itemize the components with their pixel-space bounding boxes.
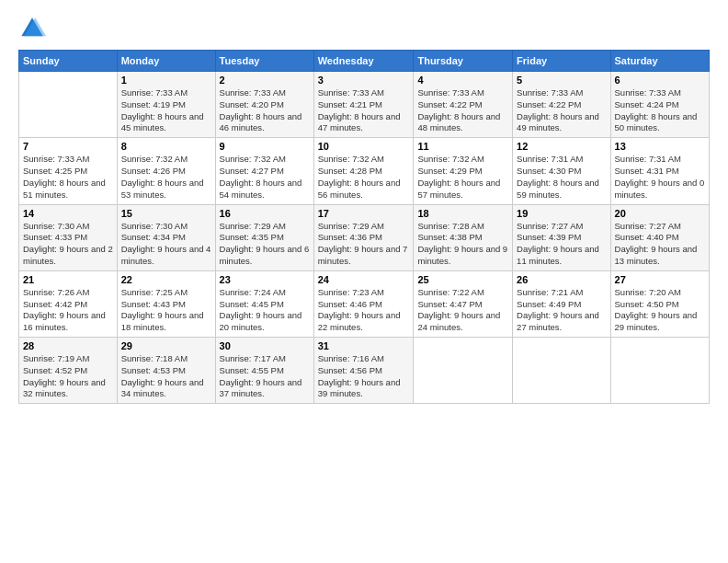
day-number: 1 <box>121 75 211 86</box>
header-cell: Saturday <box>610 51 709 72</box>
day-number: 16 <box>220 208 310 219</box>
calendar-week-row: 7Sunrise: 7:33 AMSunset: 4:25 PMDaylight… <box>19 138 710 204</box>
day-number: 10 <box>318 141 410 152</box>
day-info: Sunrise: 7:16 AMSunset: 4:56 PMDaylight:… <box>318 353 410 400</box>
calendar-page: SundayMondayTuesdayWednesdayThursdayFrid… <box>0 0 728 563</box>
logo-icon <box>18 15 46 42</box>
day-number: 6 <box>615 75 705 86</box>
day-number: 28 <box>23 340 113 351</box>
day-info: Sunrise: 7:18 AMSunset: 4:53 PMDaylight:… <box>121 353 211 400</box>
day-info: Sunrise: 7:33 AMSunset: 4:24 PMDaylight:… <box>615 87 705 134</box>
calendar-cell <box>513 338 610 404</box>
day-info: Sunrise: 7:32 AMSunset: 4:26 PMDaylight:… <box>121 154 211 201</box>
day-number: 26 <box>517 274 606 285</box>
calendar-cell: 20Sunrise: 7:27 AMSunset: 4:40 PMDayligh… <box>610 204 709 270</box>
day-number: 25 <box>417 274 508 285</box>
calendar-cell: 2Sunrise: 7:33 AMSunset: 4:20 PMDaylight… <box>215 72 313 138</box>
day-number: 24 <box>318 274 410 285</box>
day-number: 20 <box>615 208 705 219</box>
calendar-cell: 23Sunrise: 7:24 AMSunset: 4:45 PMDayligh… <box>215 270 313 337</box>
day-number: 19 <box>517 208 606 219</box>
day-number: 2 <box>220 75 310 86</box>
day-info: Sunrise: 7:28 AMSunset: 4:38 PMDaylight:… <box>417 221 508 268</box>
header-cell: Monday <box>117 51 215 72</box>
day-info: Sunrise: 7:32 AMSunset: 4:29 PMDaylight:… <box>417 154 508 201</box>
day-number: 22 <box>121 274 211 285</box>
calendar-cell: 3Sunrise: 7:33 AMSunset: 4:21 PMDaylight… <box>313 72 414 138</box>
calendar-cell: 15Sunrise: 7:30 AMSunset: 4:34 PMDayligh… <box>117 204 215 270</box>
calendar-cell <box>414 338 513 404</box>
calendar-cell: 13Sunrise: 7:31 AMSunset: 4:31 PMDayligh… <box>610 138 709 204</box>
calendar-cell: 4Sunrise: 7:33 AMSunset: 4:22 PMDaylight… <box>414 72 513 138</box>
day-info: Sunrise: 7:33 AMSunset: 4:22 PMDaylight:… <box>517 87 606 134</box>
day-info: Sunrise: 7:33 AMSunset: 4:21 PMDaylight:… <box>318 87 410 134</box>
day-number: 30 <box>220 340 310 351</box>
day-info: Sunrise: 7:23 AMSunset: 4:46 PMDaylight:… <box>318 287 410 334</box>
day-info: Sunrise: 7:20 AMSunset: 4:50 PMDaylight:… <box>615 287 705 334</box>
calendar-cell: 9Sunrise: 7:32 AMSunset: 4:27 PMDaylight… <box>215 138 313 204</box>
calendar-cell: 11Sunrise: 7:32 AMSunset: 4:29 PMDayligh… <box>414 138 513 204</box>
calendar-cell: 29Sunrise: 7:18 AMSunset: 4:53 PMDayligh… <box>117 338 215 404</box>
day-info: Sunrise: 7:24 AMSunset: 4:45 PMDaylight:… <box>220 287 310 334</box>
day-number: 11 <box>417 141 508 152</box>
calendar-cell: 10Sunrise: 7:32 AMSunset: 4:28 PMDayligh… <box>313 138 414 204</box>
header-cell: Thursday <box>414 51 513 72</box>
day-info: Sunrise: 7:30 AMSunset: 4:34 PMDaylight:… <box>121 221 211 268</box>
calendar-cell: 21Sunrise: 7:26 AMSunset: 4:42 PMDayligh… <box>19 270 118 337</box>
header-cell: Tuesday <box>215 51 313 72</box>
day-number: 29 <box>121 340 211 351</box>
calendar-week-row: 1Sunrise: 7:33 AMSunset: 4:19 PMDaylight… <box>19 72 710 138</box>
day-info: Sunrise: 7:33 AMSunset: 4:25 PMDaylight:… <box>23 154 113 201</box>
day-info: Sunrise: 7:33 AMSunset: 4:20 PMDaylight:… <box>220 87 310 134</box>
header-cell: Sunday <box>19 51 118 72</box>
calendar-cell <box>610 338 709 404</box>
day-info: Sunrise: 7:31 AMSunset: 4:31 PMDaylight:… <box>615 154 705 201</box>
day-info: Sunrise: 7:22 AMSunset: 4:47 PMDaylight:… <box>417 287 508 334</box>
calendar-cell <box>19 72 118 138</box>
header-row: SundayMondayTuesdayWednesdayThursdayFrid… <box>19 51 710 72</box>
calendar-cell: 26Sunrise: 7:21 AMSunset: 4:49 PMDayligh… <box>513 270 610 337</box>
day-number: 8 <box>121 141 211 152</box>
day-number: 5 <box>517 75 606 86</box>
calendar-cell: 5Sunrise: 7:33 AMSunset: 4:22 PMDaylight… <box>513 72 610 138</box>
day-number: 23 <box>220 274 310 285</box>
day-number: 21 <box>23 274 113 285</box>
calendar-week-row: 28Sunrise: 7:19 AMSunset: 4:52 PMDayligh… <box>19 338 710 404</box>
day-number: 13 <box>615 141 705 152</box>
calendar-cell: 27Sunrise: 7:20 AMSunset: 4:50 PMDayligh… <box>610 270 709 337</box>
header-cell: Wednesday <box>313 51 414 72</box>
calendar-cell: 16Sunrise: 7:29 AMSunset: 4:35 PMDayligh… <box>215 204 313 270</box>
day-number: 31 <box>318 340 410 351</box>
day-info: Sunrise: 7:29 AMSunset: 4:35 PMDaylight:… <box>220 221 310 268</box>
day-number: 12 <box>517 141 606 152</box>
day-number: 17 <box>318 208 410 219</box>
calendar-cell: 19Sunrise: 7:27 AMSunset: 4:39 PMDayligh… <box>513 204 610 270</box>
calendar-week-row: 21Sunrise: 7:26 AMSunset: 4:42 PMDayligh… <box>19 270 710 337</box>
calendar-cell: 12Sunrise: 7:31 AMSunset: 4:30 PMDayligh… <box>513 138 610 204</box>
day-info: Sunrise: 7:27 AMSunset: 4:40 PMDaylight:… <box>615 221 705 268</box>
day-info: Sunrise: 7:30 AMSunset: 4:33 PMDaylight:… <box>23 221 113 268</box>
day-number: 14 <box>23 208 113 219</box>
day-info: Sunrise: 7:29 AMSunset: 4:36 PMDaylight:… <box>318 221 410 268</box>
day-info: Sunrise: 7:31 AMSunset: 4:30 PMDaylight:… <box>517 154 606 201</box>
day-info: Sunrise: 7:19 AMSunset: 4:52 PMDaylight:… <box>23 353 113 400</box>
calendar-cell: 17Sunrise: 7:29 AMSunset: 4:36 PMDayligh… <box>313 204 414 270</box>
day-info: Sunrise: 7:26 AMSunset: 4:42 PMDaylight:… <box>23 287 113 334</box>
calendar-table: SundayMondayTuesdayWednesdayThursdayFrid… <box>18 50 710 404</box>
day-info: Sunrise: 7:25 AMSunset: 4:43 PMDaylight:… <box>121 287 211 334</box>
calendar-cell: 30Sunrise: 7:17 AMSunset: 4:55 PMDayligh… <box>215 338 313 404</box>
calendar-cell: 6Sunrise: 7:33 AMSunset: 4:24 PMDaylight… <box>610 72 709 138</box>
day-number: 9 <box>220 141 310 152</box>
day-number: 15 <box>121 208 211 219</box>
calendar-cell: 14Sunrise: 7:30 AMSunset: 4:33 PMDayligh… <box>19 204 118 270</box>
calendar-week-row: 14Sunrise: 7:30 AMSunset: 4:33 PMDayligh… <box>19 204 710 270</box>
day-number: 7 <box>23 141 113 152</box>
calendar-cell: 25Sunrise: 7:22 AMSunset: 4:47 PMDayligh… <box>414 270 513 337</box>
calendar-cell: 22Sunrise: 7:25 AMSunset: 4:43 PMDayligh… <box>117 270 215 337</box>
day-info: Sunrise: 7:17 AMSunset: 4:55 PMDaylight:… <box>220 353 310 400</box>
calendar-cell: 1Sunrise: 7:33 AMSunset: 4:19 PMDaylight… <box>117 72 215 138</box>
calendar-cell: 18Sunrise: 7:28 AMSunset: 4:38 PMDayligh… <box>414 204 513 270</box>
calendar-cell: 31Sunrise: 7:16 AMSunset: 4:56 PMDayligh… <box>313 338 414 404</box>
calendar-cell: 7Sunrise: 7:33 AMSunset: 4:25 PMDaylight… <box>19 138 118 204</box>
header <box>18 15 710 42</box>
